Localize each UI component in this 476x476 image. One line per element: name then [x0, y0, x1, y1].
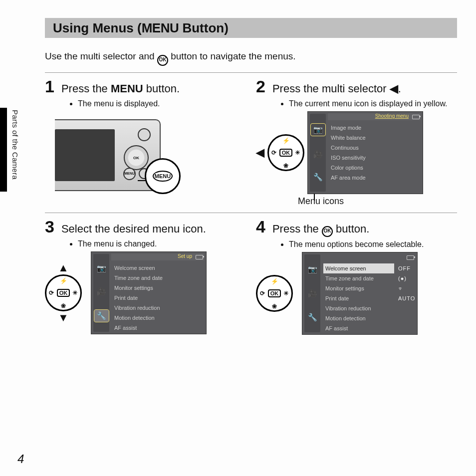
side-tab-marker [0, 108, 7, 192]
menu-button-callout: MENU [145, 158, 181, 194]
selector-down-icon: ❀ [283, 162, 288, 169]
selector-up-icon: ⚡ [271, 278, 278, 285]
list-item: Vibration reduction [112, 303, 203, 313]
title-prefix: Using Menus ( [53, 20, 142, 35]
step-2-title: Press the multi selector ◀. [272, 82, 401, 95]
selector-right-icon: ☀ [283, 290, 289, 297]
list-item: Time zone and date [323, 273, 394, 283]
list-item: Motion detection [323, 313, 394, 323]
list-value: ᯤ [396, 283, 414, 293]
step-3-graphic: ▲ ⚡ ❀ ⟳ ☀ OK ▼ Set up 📷 🎥 [45, 251, 246, 334]
camera-menu-button-icon: MENU [123, 168, 136, 180]
press-up-arrow-icon: ▲ [58, 262, 69, 273]
selector-down-icon: ❀ [61, 302, 66, 309]
lcd-item-list: Welcome screen Time zone and date Monito… [323, 263, 394, 331]
sidebar-movie-icon: 🎥 [308, 289, 317, 298]
list-value: AUTO [396, 293, 414, 303]
step-1: 1 Press the MENU button. The menu is dis… [45, 77, 246, 207]
list-item: AF area mode [329, 173, 420, 183]
selector-left-icon: ⟳ [49, 289, 54, 296]
page-title: Using Menus (MENU Button) [45, 18, 457, 38]
selector-right-icon: ☀ [295, 149, 300, 156]
ok-icon: OK [322, 226, 333, 237]
left-arrow-icon: ◀ [390, 82, 398, 95]
menu-button-label-icon: MENU [153, 171, 173, 182]
sidebar-wrench-icon: 🔧 [308, 313, 317, 322]
press-down-arrow-icon: ▼ [58, 312, 69, 323]
multi-selector-wheel-icon: ⚡ ❀ ⟳ ☀ OK [45, 274, 82, 311]
lcd-setup-menu: Set up 📷 🎥 🔧 Welcome screen Time zone an… [91, 251, 207, 334]
list-item: Time zone and date [112, 273, 203, 283]
page-number: 4 [17, 452, 24, 466]
step-4-title: Press the OK button. [272, 223, 369, 237]
press-left-arrow-icon: ◀ [256, 146, 264, 159]
lcd-sidebar: 📷 🎥 🔧 [310, 114, 326, 192]
sidebar-camera-icon: 📷 [311, 124, 325, 136]
lcd-shooting-menu: Shooting menu 📷 🎥 🔧 Image mode White bal… [307, 111, 423, 194]
list-item: Welcome screen [323, 263, 394, 273]
ok-center-icon: OK [268, 289, 281, 297]
step-1-title: Press the MENU button. [61, 82, 180, 95]
camera-playback-button-icon [138, 128, 151, 141]
callout-pointer-icon [314, 194, 315, 201]
list-item: White balance [329, 133, 420, 143]
list-item: Print date [112, 293, 203, 303]
lcd-header: Shooting menu [328, 113, 421, 120]
sidebar-movie-icon: 🎥 [97, 287, 106, 296]
step-2-number: 2 [256, 77, 265, 96]
ok-center-icon: OK [279, 149, 293, 157]
menu-icons-caption: Menu icons [298, 196, 457, 207]
list-item: AF assist [112, 323, 203, 333]
list-item: Vibration reduction [323, 303, 394, 313]
steps-container: 1 Press the MENU button. The menu is dis… [45, 72, 457, 335]
step-3-number: 3 [45, 217, 54, 237]
camera-multi-selector-icon: OK [124, 145, 149, 170]
multi-selector-wheel-icon: ⚡ ❀ ⟳ ☀ OK [267, 134, 304, 171]
lcd-item-list: Welcome screen Time zone and date Monito… [112, 263, 203, 331]
lcd-header: Set up [111, 253, 204, 260]
camera-illustration: OK MENU MENU [55, 116, 175, 201]
sidebar-movie-icon: 🎥 [313, 150, 323, 159]
battery-icon [412, 115, 420, 119]
selector-left-icon: ⟳ [271, 149, 276, 156]
list-item: Print date [323, 293, 394, 303]
step-3-title: Select the desired menu icon. [61, 223, 206, 236]
list-item: AF assist [323, 323, 394, 333]
list-value: OFF [396, 263, 414, 273]
sidebar-camera-icon: 📷 [308, 265, 317, 274]
step-4-bullet: The menu options become selectable. [289, 240, 457, 249]
selector-left-icon: ⟳ [260, 290, 265, 297]
list-item: ISO sensitivity [329, 153, 420, 163]
step-4: 4 Press the OK button. The menu options … [256, 217, 457, 335]
step-row-1: 1 Press the MENU button. The menu is dis… [45, 72, 457, 207]
lcd-setup-menu-selectable: 📷 🎥 🔧 Welcome screen Time zone and date … [302, 252, 418, 335]
lcd-sidebar: 📷 🎥 🔧 [304, 254, 320, 332]
selector-up-icon: ⚡ [282, 137, 290, 144]
lcd-item-list: Image mode White balance Continuous ISO … [329, 123, 420, 191]
step-2: 2 Press the multi selector ◀. The curren… [256, 77, 457, 207]
ok-center-icon: OK [57, 289, 70, 297]
step-3-bullet: The menu is changed. [78, 239, 246, 248]
intro-after: button to navigate the menus. [171, 51, 295, 61]
intro-before: Use the multi selector and [45, 51, 157, 61]
step-2-graphic: ◀ ⚡ ❀ ⟳ ☀ OK Shooting menu 📷 🎥 🔧 [256, 111, 457, 194]
list-item: Continuous [329, 143, 420, 153]
list-item: Monitor settings [323, 283, 394, 293]
step-4-graphic: ⚡ ❀ ⟳ ☀ OK 📷 🎥 🔧 Welcome screen Ti [256, 252, 457, 335]
sidebar-wrench-icon: 🔧 [94, 310, 109, 322]
battery-icon [407, 255, 414, 260]
step-1-number: 1 [45, 77, 54, 96]
lcd-value-list: OFF (●) ᯤ AUTO [396, 263, 414, 331]
step-1-bullet: The menu is displayed. [78, 99, 246, 108]
list-item: Image mode [329, 123, 420, 133]
step-3: 3 Select the desired menu icon. The menu… [45, 217, 246, 335]
selector-down-icon: ❀ [272, 303, 277, 310]
list-value: (●) [396, 273, 414, 283]
intro-text: Use the multi selector and OK button to … [45, 51, 457, 66]
section-side-label: Parts of the Camera [11, 110, 19, 180]
list-item: Motion detection [112, 313, 203, 323]
selector-right-icon: ☀ [72, 289, 78, 296]
list-item: Color options [329, 163, 420, 173]
lcd-sidebar: 📷 🎥 🔧 [93, 254, 109, 332]
ok-icon: OK [157, 55, 168, 66]
